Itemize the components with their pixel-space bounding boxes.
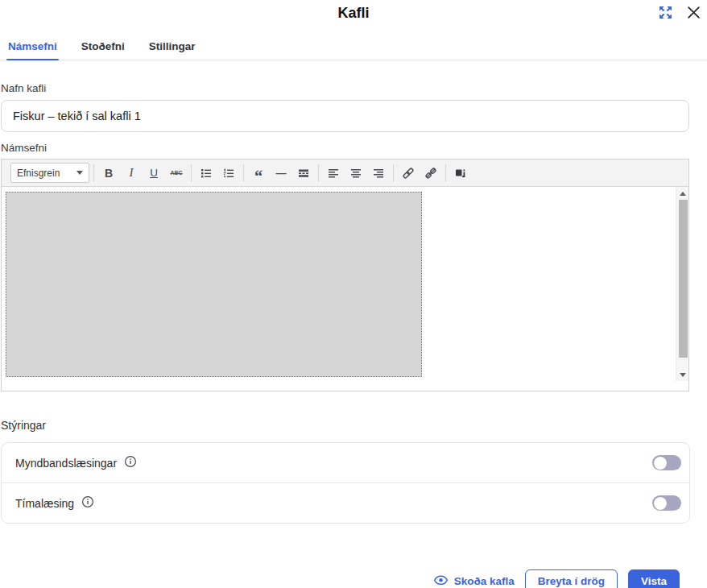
chapter-name-input[interactable] <box>1 100 689 132</box>
time-lock-label: Tímalæsing <box>15 497 74 510</box>
embed-object-button[interactable] <box>450 163 471 184</box>
scrollbar-thumb[interactable] <box>679 200 688 358</box>
bullet-list-button[interactable] <box>196 163 217 184</box>
chapter-name-label: Nafn kafli <box>1 82 689 94</box>
blockquote-button[interactable]: “ <box>248 163 269 184</box>
dialog-header: Kafli <box>0 0 707 24</box>
format-group: B I U ABC <box>94 163 191 184</box>
align-group <box>319 163 393 184</box>
tab-bar: Námsefni Stoðefni Stillingar <box>0 35 707 60</box>
strikethrough-button[interactable]: ABC <box>166 163 187 184</box>
underline-icon: U <box>150 167 158 179</box>
paragraph-style-group: Efnisgrein <box>6 163 93 183</box>
preview-chapter-label: Skoða kafla <box>454 575 515 587</box>
paragraph-style-value: Efnisgrein <box>17 168 60 179</box>
link-icon <box>402 167 415 180</box>
remove-link-button[interactable] <box>420 163 441 184</box>
horizontal-rule-icon: — <box>276 167 287 179</box>
controls-section-heading: Stýringar <box>1 419 689 432</box>
chevron-down-icon <box>76 171 83 175</box>
numbered-list-icon <box>222 167 235 180</box>
info-icon <box>124 455 137 470</box>
kafli-dialog: Kafli Námsefni Stoðefni Stillingar Nafn … <box>0 0 707 588</box>
numbered-list-button[interactable] <box>218 163 239 184</box>
align-left-icon <box>327 167 340 180</box>
time-lock-toggle[interactable] <box>652 495 681 511</box>
align-right-icon <box>372 167 385 180</box>
triangle-up-icon <box>680 192 686 196</box>
align-center-icon <box>349 167 362 180</box>
editor-toolbar: Efnisgrein B I U ABC <box>2 159 688 187</box>
toggle-knob <box>654 497 667 510</box>
embed-group <box>446 163 475 184</box>
eye-icon <box>433 574 449 588</box>
editor-scrollbar[interactable] <box>676 187 688 381</box>
info-icon <box>81 495 94 511</box>
video-locks-toggle[interactable] <box>652 455 681 470</box>
controls-card: Myndbandslæsingar Tímalæsing <box>1 442 690 524</box>
close-icon <box>687 6 701 22</box>
rich-text-editor: Efnisgrein B I U ABC <box>1 159 689 391</box>
list-group <box>192 163 243 184</box>
scroll-up-arrow[interactable] <box>676 188 689 199</box>
header-actions <box>657 4 702 23</box>
toggle-knob <box>654 457 667 470</box>
horizontal-rule-button[interactable]: — <box>271 163 291 184</box>
tab-stillingar[interactable]: Stillingar <box>147 35 197 60</box>
preview-chapter-button[interactable]: Skoða kafla <box>433 574 515 588</box>
tab-namsefni[interactable]: Námsefni <box>6 35 59 60</box>
save-button[interactable]: Vista <box>628 569 680 588</box>
block-group: “ — <box>244 163 318 184</box>
expand-icon <box>659 6 672 22</box>
italic-button[interactable]: I <box>121 163 142 184</box>
blockquote-icon: “ <box>254 166 263 180</box>
insert-link-button[interactable] <box>398 163 419 184</box>
page-title: Kafli <box>0 5 707 22</box>
bold-icon: B <box>105 167 113 180</box>
strikethrough-icon: ABC <box>170 170 182 176</box>
time-lock-info-button[interactable] <box>81 495 94 511</box>
editor-content-area[interactable] <box>2 187 688 381</box>
link-group <box>394 163 445 184</box>
close-button[interactable] <box>685 4 702 23</box>
time-lock-row: Tímalæsing <box>2 483 689 523</box>
bold-button[interactable]: B <box>98 163 119 184</box>
triangle-down-icon <box>680 373 686 377</box>
tab-stodefni[interactable]: Stoðefni <box>80 35 126 60</box>
tab-panel-namsefni: Nafn kafli Námsefni Efnisgrein B I U ABC <box>0 82 689 588</box>
change-to-draft-button[interactable]: Breyta í drög <box>525 569 618 588</box>
italic-icon: I <box>130 166 134 180</box>
align-center-button[interactable] <box>345 163 366 184</box>
embed-icon <box>454 167 467 180</box>
content-placeholder-box[interactable] <box>6 192 422 377</box>
underline-button[interactable]: U <box>143 163 164 184</box>
align-left-button[interactable] <box>323 163 344 184</box>
video-locks-label: Myndbandslæsingar <box>15 457 117 470</box>
page-break-button[interactable] <box>293 163 314 184</box>
align-right-button[interactable] <box>368 163 389 184</box>
video-locks-row: Myndbandslæsingar <box>2 443 689 482</box>
footer-actions: Skoða kafla Breyta í drög Vista <box>1 569 689 588</box>
content-field-label: Námsefni <box>1 142 689 154</box>
editor-statusbar <box>2 381 688 391</box>
scroll-down-arrow[interactable] <box>676 369 689 380</box>
expand-button[interactable] <box>657 4 674 23</box>
paragraph-style-select[interactable]: Efnisgrein <box>10 163 89 183</box>
unlink-icon <box>424 167 437 180</box>
page-break-icon <box>297 167 310 180</box>
bullet-list-icon <box>200 167 213 180</box>
video-locks-info-button[interactable] <box>124 455 137 470</box>
